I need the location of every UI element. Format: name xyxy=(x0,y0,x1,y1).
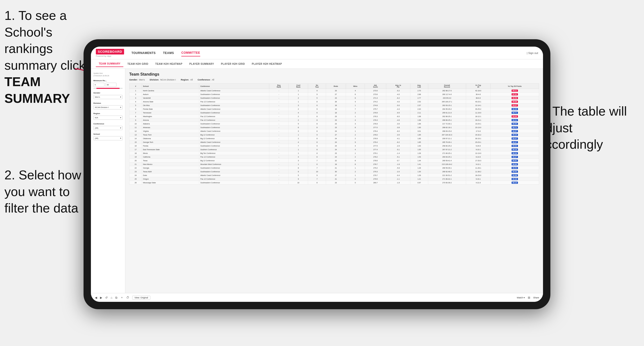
table-row: 10 Alabama Southeastern Conference - 5 8… xyxy=(130,122,539,126)
cell-rnds: 10 xyxy=(326,107,346,111)
cell-avg-low: 3.01 xyxy=(410,129,428,133)
cell-no-tour: 7 xyxy=(308,166,326,170)
subnav-team-summary[interactable]: TEAM SUMMARY xyxy=(96,61,123,67)
cell-vs-top25: 9-19-1 xyxy=(466,177,491,181)
cell-vs-top50: 85.08 xyxy=(491,100,539,104)
cell-avg-par: -5.0 xyxy=(386,104,410,107)
cell-rank: 8 xyxy=(130,115,142,118)
cell-reg-rank: - xyxy=(269,163,288,166)
subnav-player-summary[interactable]: PLAYER SUMMARY xyxy=(186,61,217,67)
cell-adj-score: 279.3 xyxy=(365,170,386,173)
cell-school: Illinois xyxy=(142,151,199,155)
nav-teams[interactable]: TEAMS xyxy=(163,50,174,56)
cell-adj-score: 278.7 xyxy=(365,163,386,166)
cell-adj-score: 279.2 xyxy=(365,166,386,170)
nav-committee[interactable]: COMMITTEE xyxy=(181,50,200,56)
cell-vs-top25: 33-25-2 xyxy=(466,107,491,111)
cell-no-tour: 8 xyxy=(308,148,326,151)
cell-rnds: 27 xyxy=(326,133,346,137)
cell-rank: 19 xyxy=(130,155,142,159)
table-row: 13 Texas Tech Big 12 Conference - 1 9 27… xyxy=(130,133,539,137)
toolbar-back-icon[interactable]: ◀ xyxy=(95,296,97,299)
toolbar-grid-icon[interactable]: ⊞ xyxy=(528,296,530,299)
cell-school: Washington xyxy=(142,115,199,118)
cell-conf-rank: 7 xyxy=(288,144,308,148)
cell-overall: 221 90-51-2 xyxy=(428,173,466,177)
cell-wins: 8 xyxy=(346,159,365,163)
cell-avg-low: 1.98 xyxy=(410,115,428,118)
cell-adj-score: 276.9 xyxy=(365,122,386,126)
logo-sub: Powered by clippi xyxy=(96,55,124,57)
main-content: Update time: 27/03/2024 16:56:26 Minimum… xyxy=(91,69,543,293)
sign-out[interactable]: | Sign out xyxy=(527,51,538,54)
conference-select[interactable]: (All) ▾ xyxy=(93,126,122,130)
view-original-button[interactable]: View: Original xyxy=(132,296,150,300)
cell-wins: 6 xyxy=(346,93,365,96)
toolbar-home-icon[interactable]: ⌂ xyxy=(110,296,112,299)
sidebar-gender: Gender Men's ▾ xyxy=(93,92,122,99)
nav-tournaments[interactable]: TOURNAMENTS xyxy=(132,50,156,56)
subnav-team-h2h-heatmap[interactable]: TEAM H2H HEATMAP xyxy=(152,61,186,67)
filter-region-value: All xyxy=(190,79,193,81)
cell-school: Duke xyxy=(142,173,199,177)
right-panel: Team Standings Gender: Men's Division: N… xyxy=(125,69,543,293)
cell-school: Mississippi State xyxy=(142,181,199,184)
cell-school: Texas xyxy=(142,159,199,163)
cell-no-tour: 6 xyxy=(308,104,326,107)
subnav-team-h2h-grid[interactable]: TEAM H2H GRID xyxy=(124,61,151,67)
sidebar-region: Region N/A ▾ xyxy=(93,112,122,120)
logo-area: SCOREBOARD Powered by clippi xyxy=(96,49,124,57)
share-button[interactable]: Share xyxy=(533,296,539,299)
min-rank-to-input[interactable] xyxy=(106,83,116,87)
subnav-player-h2h-grid[interactable]: PLAYER H2H GRID xyxy=(218,61,248,67)
cell-rank: 5 xyxy=(130,104,142,107)
cell-conf-rank: 3 xyxy=(288,159,308,163)
cell-no-tour: 7 xyxy=(308,159,326,163)
cell-conference: Southeastern Conference xyxy=(199,122,269,126)
cell-reg-rank: - xyxy=(269,151,288,155)
toolbar-add-icon[interactable]: ＋ xyxy=(120,296,123,300)
school-select[interactable]: (All) ▾ xyxy=(93,136,122,140)
cell-vs-top25: 12-13-0 xyxy=(466,151,491,155)
cell-wins: 8 xyxy=(346,126,365,129)
gender-select[interactable]: Men's ▾ xyxy=(93,95,122,99)
cell-overall: 265 76-26-1 xyxy=(428,140,466,144)
th-reg-rank: RegRank xyxy=(269,84,288,89)
toolbar-clock-icon[interactable]: ⏱ xyxy=(126,296,129,299)
subnav-player-h2h-heatmap[interactable]: PLAYER H2H HEATMAP xyxy=(249,61,285,67)
cell-conference: Big 12 Conference xyxy=(199,137,269,140)
cell-rank: 14 xyxy=(130,137,142,140)
cell-conference: Southeastern Conference xyxy=(199,166,269,170)
cell-school: Oregon xyxy=(142,177,199,181)
cell-adj-score: 279.7 xyxy=(365,173,386,177)
cell-avg-par: -3.6 xyxy=(386,122,410,126)
watch-button[interactable]: Watch ▾ xyxy=(517,296,525,299)
cell-wins: 9 xyxy=(346,140,365,144)
cell-wins: 1 xyxy=(346,104,365,107)
cell-avg-low: 1.86 xyxy=(410,122,428,126)
cell-rank: 12 xyxy=(130,129,142,133)
cell-avg-par: -4.0 xyxy=(386,100,410,104)
cell-no-tour: 6 xyxy=(308,163,326,166)
cell-rnds: 23 xyxy=(326,96,346,100)
min-rank-from-input[interactable] xyxy=(93,83,104,87)
cell-conf-rank: 1 xyxy=(288,133,308,137)
cell-conference: Southeastern Conference xyxy=(199,126,269,129)
cell-overall: 268 83-15-0 xyxy=(428,129,466,133)
cell-conference: Atlantic Coast Conference xyxy=(199,107,269,111)
cell-rnds: 27 xyxy=(326,93,346,96)
toolbar-reload-icon[interactable]: ↺ xyxy=(105,296,108,299)
cell-reg-rank: - xyxy=(269,89,288,93)
division-select[interactable]: NCAA Division I ▾ xyxy=(93,105,122,109)
cell-rank: 20 xyxy=(130,159,142,163)
cell-wins: 1 xyxy=(346,151,365,155)
cell-overall: 268 86-25-1 xyxy=(428,118,466,122)
cell-vs-top25: 30-4-0 xyxy=(466,93,491,96)
instruction-2: 2. Select howyou want tofilter the data xyxy=(4,167,81,217)
region-select[interactable]: N/A ▾ xyxy=(93,116,122,120)
toolbar-forward-icon[interactable]: ▶ xyxy=(100,296,102,299)
cell-reg-rank: - xyxy=(269,166,288,170)
th-vs-top25: Vs Top25 xyxy=(466,84,491,89)
toolbar-copy-icon[interactable]: ⧉ xyxy=(115,296,118,299)
cell-overall: 265 100-27-1 xyxy=(428,100,466,104)
